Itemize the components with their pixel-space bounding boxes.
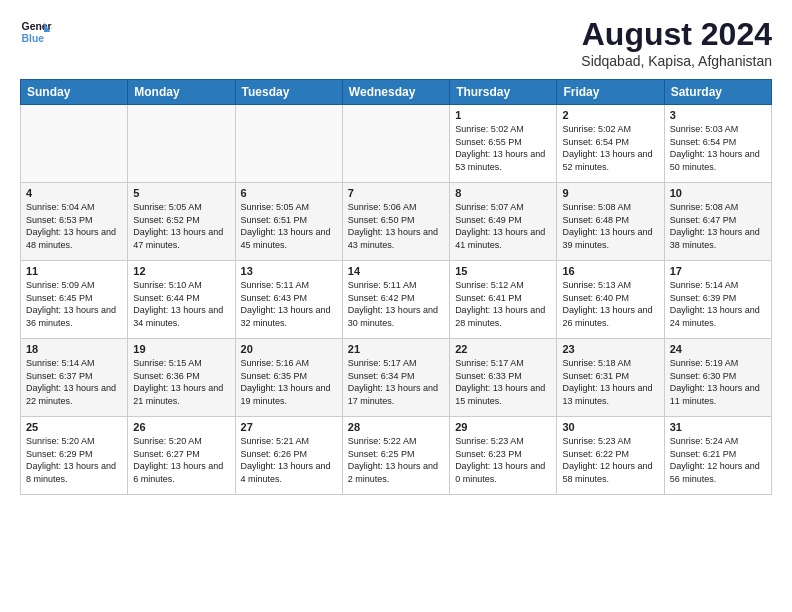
logo-icon: General Blue (20, 16, 52, 48)
day-number: 21 (348, 343, 444, 355)
day-cell: 18Sunrise: 5:14 AMSunset: 6:37 PMDayligh… (21, 339, 128, 417)
day-cell: 19Sunrise: 5:15 AMSunset: 6:36 PMDayligh… (128, 339, 235, 417)
day-cell: 29Sunrise: 5:23 AMSunset: 6:23 PMDayligh… (450, 417, 557, 495)
week-row-1: 1Sunrise: 5:02 AMSunset: 6:55 PMDaylight… (21, 105, 772, 183)
location: Sidqabad, Kapisa, Afghanistan (581, 53, 772, 69)
day-info: Sunrise: 5:15 AMSunset: 6:36 PMDaylight:… (133, 357, 229, 407)
week-row-2: 4Sunrise: 5:04 AMSunset: 6:53 PMDaylight… (21, 183, 772, 261)
day-cell: 15Sunrise: 5:12 AMSunset: 6:41 PMDayligh… (450, 261, 557, 339)
day-info: Sunrise: 5:03 AMSunset: 6:54 PMDaylight:… (670, 123, 766, 173)
month-year: August 2024 (581, 16, 772, 53)
day-info: Sunrise: 5:06 AMSunset: 6:50 PMDaylight:… (348, 201, 444, 251)
week-row-4: 18Sunrise: 5:14 AMSunset: 6:37 PMDayligh… (21, 339, 772, 417)
day-cell: 8Sunrise: 5:07 AMSunset: 6:49 PMDaylight… (450, 183, 557, 261)
day-info: Sunrise: 5:08 AMSunset: 6:47 PMDaylight:… (670, 201, 766, 251)
day-info: Sunrise: 5:05 AMSunset: 6:51 PMDaylight:… (241, 201, 337, 251)
title-block: August 2024 Sidqabad, Kapisa, Afghanista… (581, 16, 772, 69)
day-number: 24 (670, 343, 766, 355)
day-number: 28 (348, 421, 444, 433)
day-number: 22 (455, 343, 551, 355)
day-info: Sunrise: 5:08 AMSunset: 6:48 PMDaylight:… (562, 201, 658, 251)
day-info: Sunrise: 5:02 AMSunset: 6:54 PMDaylight:… (562, 123, 658, 173)
day-number: 29 (455, 421, 551, 433)
day-info: Sunrise: 5:14 AMSunset: 6:37 PMDaylight:… (26, 357, 122, 407)
day-cell: 12Sunrise: 5:10 AMSunset: 6:44 PMDayligh… (128, 261, 235, 339)
day-info: Sunrise: 5:16 AMSunset: 6:35 PMDaylight:… (241, 357, 337, 407)
day-cell: 20Sunrise: 5:16 AMSunset: 6:35 PMDayligh… (235, 339, 342, 417)
day-cell: 14Sunrise: 5:11 AMSunset: 6:42 PMDayligh… (342, 261, 449, 339)
day-info: Sunrise: 5:11 AMSunset: 6:42 PMDaylight:… (348, 279, 444, 329)
day-cell (128, 105, 235, 183)
day-info: Sunrise: 5:11 AMSunset: 6:43 PMDaylight:… (241, 279, 337, 329)
svg-text:Blue: Blue (22, 33, 45, 44)
day-info: Sunrise: 5:02 AMSunset: 6:55 PMDaylight:… (455, 123, 551, 173)
day-number: 4 (26, 187, 122, 199)
day-cell: 22Sunrise: 5:17 AMSunset: 6:33 PMDayligh… (450, 339, 557, 417)
day-cell: 28Sunrise: 5:22 AMSunset: 6:25 PMDayligh… (342, 417, 449, 495)
day-number: 2 (562, 109, 658, 121)
day-number: 8 (455, 187, 551, 199)
day-cell: 1Sunrise: 5:02 AMSunset: 6:55 PMDaylight… (450, 105, 557, 183)
day-info: Sunrise: 5:10 AMSunset: 6:44 PMDaylight:… (133, 279, 229, 329)
day-info: Sunrise: 5:19 AMSunset: 6:30 PMDaylight:… (670, 357, 766, 407)
day-number: 23 (562, 343, 658, 355)
day-info: Sunrise: 5:09 AMSunset: 6:45 PMDaylight:… (26, 279, 122, 329)
day-number: 31 (670, 421, 766, 433)
day-cell: 10Sunrise: 5:08 AMSunset: 6:47 PMDayligh… (664, 183, 771, 261)
day-number: 20 (241, 343, 337, 355)
day-cell: 30Sunrise: 5:23 AMSunset: 6:22 PMDayligh… (557, 417, 664, 495)
day-info: Sunrise: 5:12 AMSunset: 6:41 PMDaylight:… (455, 279, 551, 329)
day-info: Sunrise: 5:20 AMSunset: 6:27 PMDaylight:… (133, 435, 229, 485)
day-number: 17 (670, 265, 766, 277)
day-cell: 26Sunrise: 5:20 AMSunset: 6:27 PMDayligh… (128, 417, 235, 495)
day-cell: 13Sunrise: 5:11 AMSunset: 6:43 PMDayligh… (235, 261, 342, 339)
day-number: 9 (562, 187, 658, 199)
day-cell: 6Sunrise: 5:05 AMSunset: 6:51 PMDaylight… (235, 183, 342, 261)
day-number: 26 (133, 421, 229, 433)
day-info: Sunrise: 5:18 AMSunset: 6:31 PMDaylight:… (562, 357, 658, 407)
day-info: Sunrise: 5:21 AMSunset: 6:26 PMDaylight:… (241, 435, 337, 485)
day-info: Sunrise: 5:04 AMSunset: 6:53 PMDaylight:… (26, 201, 122, 251)
day-cell: 2Sunrise: 5:02 AMSunset: 6:54 PMDaylight… (557, 105, 664, 183)
day-number: 1 (455, 109, 551, 121)
week-row-5: 25Sunrise: 5:20 AMSunset: 6:29 PMDayligh… (21, 417, 772, 495)
day-info: Sunrise: 5:22 AMSunset: 6:25 PMDaylight:… (348, 435, 444, 485)
day-cell: 9Sunrise: 5:08 AMSunset: 6:48 PMDaylight… (557, 183, 664, 261)
col-header-saturday: Saturday (664, 80, 771, 105)
day-number: 14 (348, 265, 444, 277)
day-cell (21, 105, 128, 183)
day-info: Sunrise: 5:24 AMSunset: 6:21 PMDaylight:… (670, 435, 766, 485)
day-info: Sunrise: 5:07 AMSunset: 6:49 PMDaylight:… (455, 201, 551, 251)
day-number: 11 (26, 265, 122, 277)
col-header-friday: Friday (557, 80, 664, 105)
day-cell: 7Sunrise: 5:06 AMSunset: 6:50 PMDaylight… (342, 183, 449, 261)
day-info: Sunrise: 5:23 AMSunset: 6:23 PMDaylight:… (455, 435, 551, 485)
day-cell: 17Sunrise: 5:14 AMSunset: 6:39 PMDayligh… (664, 261, 771, 339)
col-header-wednesday: Wednesday (342, 80, 449, 105)
day-cell: 3Sunrise: 5:03 AMSunset: 6:54 PMDaylight… (664, 105, 771, 183)
day-cell: 5Sunrise: 5:05 AMSunset: 6:52 PMDaylight… (128, 183, 235, 261)
day-info: Sunrise: 5:20 AMSunset: 6:29 PMDaylight:… (26, 435, 122, 485)
day-info: Sunrise: 5:13 AMSunset: 6:40 PMDaylight:… (562, 279, 658, 329)
day-number: 10 (670, 187, 766, 199)
day-info: Sunrise: 5:14 AMSunset: 6:39 PMDaylight:… (670, 279, 766, 329)
week-row-3: 11Sunrise: 5:09 AMSunset: 6:45 PMDayligh… (21, 261, 772, 339)
header-row: SundayMondayTuesdayWednesdayThursdayFrid… (21, 80, 772, 105)
day-number: 18 (26, 343, 122, 355)
day-number: 13 (241, 265, 337, 277)
day-number: 16 (562, 265, 658, 277)
col-header-monday: Monday (128, 80, 235, 105)
day-number: 25 (26, 421, 122, 433)
day-number: 12 (133, 265, 229, 277)
calendar-table: SundayMondayTuesdayWednesdayThursdayFrid… (20, 79, 772, 495)
day-cell: 31Sunrise: 5:24 AMSunset: 6:21 PMDayligh… (664, 417, 771, 495)
day-number: 6 (241, 187, 337, 199)
col-header-sunday: Sunday (21, 80, 128, 105)
day-info: Sunrise: 5:05 AMSunset: 6:52 PMDaylight:… (133, 201, 229, 251)
day-cell (342, 105, 449, 183)
day-number: 15 (455, 265, 551, 277)
day-cell (235, 105, 342, 183)
page: General Blue August 2024 Sidqabad, Kapis… (0, 0, 792, 505)
day-cell: 21Sunrise: 5:17 AMSunset: 6:34 PMDayligh… (342, 339, 449, 417)
day-number: 3 (670, 109, 766, 121)
